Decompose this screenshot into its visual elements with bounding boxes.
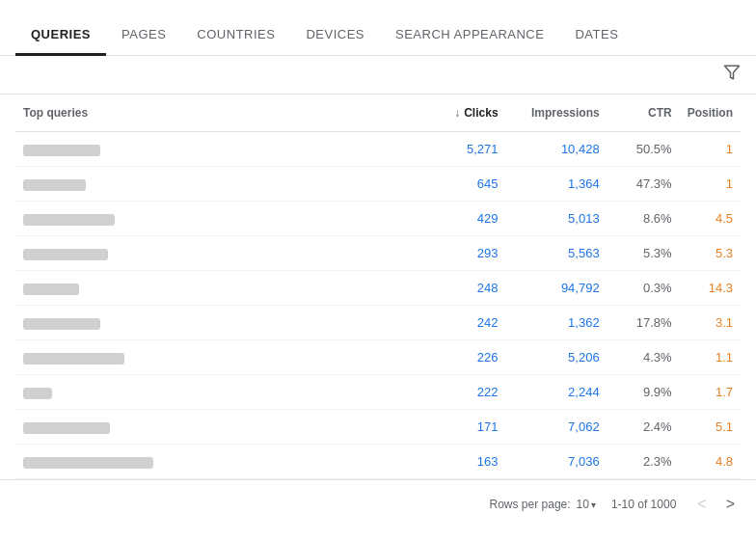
rows-per-page-select[interactable]: 10 ▾ xyxy=(577,498,596,511)
filter-icon[interactable] xyxy=(723,64,741,86)
cell-query: xxxxxxxxx xyxy=(15,306,412,340)
table-row: xxxxxxxxxx1717,0622.4%5.1 xyxy=(15,410,741,445)
sort-down-icon: ↓ xyxy=(454,106,460,120)
cell-query: xxxx xxx xxx xyxy=(15,202,412,236)
cell-ctr: 8.6% xyxy=(608,202,680,236)
cell-query: xxx xyxy=(15,375,412,410)
table-row: xxx2222,2449.9%1.7 xyxy=(15,375,741,410)
filter-bar xyxy=(0,56,756,94)
table-row: xxxxxx xxxxxxxx xxx1637,0362.3%4.8 xyxy=(15,445,741,479)
cell-query: xxxxxxxxxx xyxy=(15,410,412,445)
cell-impressions: 2,244 xyxy=(506,375,608,410)
table-row: xxxxxxxx6451,36447.3%1 xyxy=(15,167,741,202)
col-header-position: Position xyxy=(680,94,741,132)
col-header-query: Top queries xyxy=(15,94,412,132)
tab-dates[interactable]: DATES xyxy=(559,17,634,56)
table-row: xxxxxxxxxx2935,5635.3%5.3 xyxy=(15,236,741,271)
cell-clicks: 248 xyxy=(412,271,505,306)
cell-clicks: 222 xyxy=(412,375,505,410)
cell-position: 1 xyxy=(680,167,741,202)
cell-ctr: 47.3% xyxy=(608,167,680,202)
tab-pages[interactable]: PAGES xyxy=(106,17,181,56)
cell-impressions: 5,013 xyxy=(506,202,608,236)
dropdown-icon: ▾ xyxy=(591,500,596,510)
tab-search-appearance[interactable]: SEARCH APPEARANCE xyxy=(380,17,559,56)
cell-ctr: 50.5% xyxy=(608,132,680,167)
col-header-impressions: Impressions xyxy=(506,94,608,132)
queries-table: Top queries ↓Clicks Impressions CTR Posi… xyxy=(15,94,741,479)
cell-position: 14.3 xyxy=(680,271,741,306)
cell-ctr: 5.3% xyxy=(608,236,680,271)
cell-clicks: 242 xyxy=(412,306,505,340)
cell-impressions: 7,036 xyxy=(506,445,608,479)
table-row: xxxxx xxx xxx2265,2064.3%1.1 xyxy=(15,340,741,375)
cell-ctr: 4.3% xyxy=(608,340,680,375)
cell-ctr: 9.9% xyxy=(608,375,680,410)
cell-ctr: 2.4% xyxy=(608,410,680,445)
data-table-container: Top queries ↓Clicks Impressions CTR Posi… xyxy=(0,94,756,479)
tab-queries[interactable]: QUERIES xyxy=(15,17,106,56)
tab-devices[interactable]: DEVICES xyxy=(290,17,380,56)
cell-position: 1.7 xyxy=(680,375,741,410)
cell-clicks: 293 xyxy=(412,236,505,271)
cell-query: xxxxxxxx xyxy=(15,167,412,202)
cell-query: xxxxxxxxxx xyxy=(15,236,412,271)
cell-query: xxxxx xxx xxx xyxy=(15,340,412,375)
cell-ctr: 2.3% xyxy=(608,445,680,479)
cell-ctr: 17.8% xyxy=(608,306,680,340)
cell-impressions: 5,206 xyxy=(506,340,608,375)
col-header-ctr: CTR xyxy=(608,94,680,132)
rows-per-page-control: Rows per page: 10 ▾ xyxy=(490,498,596,511)
svg-marker-0 xyxy=(725,66,740,79)
pagination-range: 1-10 of 1000 xyxy=(611,498,676,511)
cell-ctr: 0.3% xyxy=(608,271,680,306)
cell-clicks: 226 xyxy=(412,340,505,375)
cell-query: xx xxxxx xyxy=(15,271,412,306)
col-header-clicks[interactable]: ↓Clicks xyxy=(412,94,505,132)
cell-clicks: 429 xyxy=(412,202,505,236)
cell-clicks: 171 xyxy=(412,410,505,445)
pagination-bar: Rows per page: 10 ▾ 1-10 of 1000 < > xyxy=(0,479,756,528)
cell-position: 4.8 xyxy=(680,445,741,479)
cell-impressions: 1,362 xyxy=(506,306,608,340)
table-header-row: Top queries ↓Clicks Impressions CTR Posi… xyxy=(15,94,741,132)
cell-impressions: 94,792 xyxy=(506,271,608,306)
cell-query: xxxxxxxxx xyxy=(15,132,412,167)
cell-clicks: 5,271 xyxy=(412,132,505,167)
cell-impressions: 5,563 xyxy=(506,236,608,271)
cell-position: 1.1 xyxy=(680,340,741,375)
cell-impressions: 1,364 xyxy=(506,167,608,202)
cell-position: 5.3 xyxy=(680,236,741,271)
cell-clicks: 645 xyxy=(412,167,505,202)
next-page-button[interactable]: > xyxy=(720,492,741,517)
cell-position: 1 xyxy=(680,132,741,167)
tab-countries[interactable]: COUNTRIES xyxy=(181,17,290,56)
rows-per-page-value: 10 xyxy=(577,498,589,511)
cell-position: 3.1 xyxy=(680,306,741,340)
cell-position: 4.5 xyxy=(680,202,741,236)
cell-position: 5.1 xyxy=(680,410,741,445)
cell-impressions: 10,428 xyxy=(506,132,608,167)
cell-query: xxxxxx xxxxxxxx xxx xyxy=(15,445,412,479)
pagination-nav: < > xyxy=(691,492,741,517)
table-row: xx xxxxx24894,7920.3%14.3 xyxy=(15,271,741,306)
cell-clicks: 163 xyxy=(412,445,505,479)
rows-per-page-label: Rows per page: xyxy=(490,498,571,511)
prev-page-button[interactable]: < xyxy=(691,492,712,517)
table-row: xxxxxxxxx2421,36217.8%3.1 xyxy=(15,306,741,340)
cell-impressions: 7,062 xyxy=(506,410,608,445)
table-row: xxxx xxx xxx4295,0138.6%4.5 xyxy=(15,202,741,236)
tab-bar: QUERIES PAGES COUNTRIES DEVICES SEARCH A… xyxy=(0,0,756,56)
table-row: xxxxxxxxx5,27110,42850.5%1 xyxy=(15,132,741,167)
